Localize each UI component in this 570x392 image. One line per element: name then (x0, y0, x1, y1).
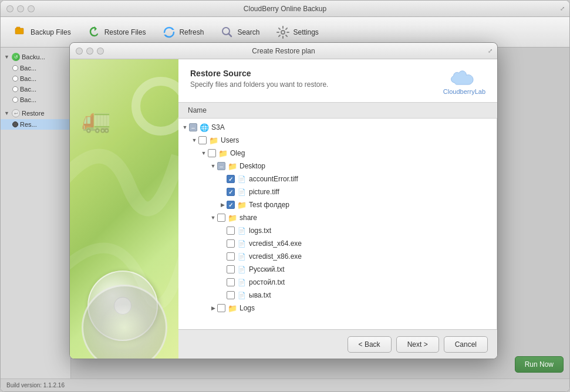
restore-files-label: Restore Files (104, 28, 146, 36)
modal-maximize-button[interactable] (97, 48, 104, 55)
checkbox-vcredist-x64[interactable] (227, 239, 235, 248)
sidebar-item-bac2[interactable]: Bac... (1, 73, 70, 84)
modal-minimize-button[interactable] (86, 48, 93, 55)
sidebar-item-backup-parent[interactable]: ▼ ↺ Backu... (1, 51, 70, 63)
search-icon (220, 25, 234, 39)
checkbox-share[interactable] (217, 214, 225, 222)
disc-inner (114, 297, 131, 315)
svg-line-6 (229, 33, 232, 36)
file-icon: 📄 (237, 187, 247, 197)
checkbox-logs-txt[interactable] (227, 227, 235, 235)
minimize-button[interactable] (17, 5, 24, 12)
expand-s3a-icon[interactable] (181, 123, 189, 131)
checkbox-logs-folder[interactable] (217, 304, 225, 312)
status-bar: Build version: 1.1.2.16 (1, 379, 569, 391)
modal-title-bar: Create Restore plan ⤢ (70, 43, 497, 59)
backup-section: ▼ ↺ Backu... Bac... Bac... Bac... (1, 50, 70, 106)
backup-files-button[interactable]: Backup Files (6, 22, 78, 43)
checkbox-oleg[interactable] (208, 149, 216, 157)
account-error-label: accountError.tiff (249, 175, 298, 183)
maximize-button[interactable] (28, 5, 35, 12)
back-button[interactable]: < Back (348, 336, 392, 353)
file-icon: 📄 (237, 226, 247, 235)
oleg-label: Oleg (230, 149, 245, 157)
tree-row[interactable]: 📁 Test фолдер (178, 198, 497, 211)
checkbox-desktop[interactable] (217, 162, 225, 170)
modal-resize-icon[interactable]: ⤢ (488, 48, 493, 54)
expand-restore-icon: ▼ (4, 110, 10, 116)
search-label: Search (237, 28, 259, 36)
checkbox-russkiy[interactable] (227, 265, 235, 273)
sidebar-item-res1[interactable]: Res... (1, 119, 70, 130)
checkbox-byba[interactable] (227, 291, 235, 299)
share-label: share (240, 214, 257, 222)
expand-users-icon[interactable] (190, 136, 198, 144)
refresh-button[interactable]: Refresh (155, 22, 211, 43)
restore-files-button[interactable]: Restore Files (80, 22, 153, 43)
sidebar-restore-label: Restore (22, 110, 45, 117)
tree-row[interactable]: 📄 vcredist_x64.exe (178, 237, 497, 250)
cancel-button[interactable]: Cancel (444, 336, 488, 353)
expand-share-icon[interactable] (209, 214, 217, 222)
next-button[interactable]: Next > (396, 336, 439, 353)
checkbox-test-folder[interactable] (227, 201, 235, 209)
file-icon: 📄 (237, 252, 247, 261)
expand-desktop-icon[interactable] (209, 162, 217, 170)
tree-row[interactable]: 📄 Русский.txt (178, 263, 497, 276)
sidebar-item-bac3[interactable]: Bac... (1, 84, 70, 94)
resize-icon[interactable]: ⤢ (560, 5, 565, 12)
tree-row[interactable]: 🌐 S3A (178, 121, 497, 134)
modal-title: Create Restore plan (252, 47, 315, 55)
checkbox-vcredist-x86[interactable] (227, 252, 235, 261)
build-version-text: Build version: 1.1.2.16 (6, 382, 65, 388)
logs-txt-label: logs.txt (249, 227, 271, 235)
cloudberry-logo-text: CloudberryLab (443, 88, 485, 95)
checkbox-s3a[interactable] (189, 123, 197, 131)
tree-column-header: Name (178, 103, 497, 119)
search-button[interactable]: Search (213, 22, 267, 43)
tree-row[interactable]: 📄 accountError.tiff (178, 173, 497, 185)
modal-right-content: Restore Source Specify files and folders… (178, 59, 497, 359)
restore-status-icon: ↩ (12, 109, 20, 117)
file-icon: 📄 (237, 290, 247, 300)
tree-row[interactable]: 📄 ыва.txt (178, 289, 497, 302)
tree-row[interactable]: 📁 Desktop (178, 160, 497, 173)
checkbox-picture[interactable] (227, 188, 235, 196)
russkiy-label: Русский.txt (249, 265, 285, 273)
sidebar-item-bac4[interactable]: Bac... (1, 94, 70, 105)
tree-body[interactable]: 🌐 S3A 📁 Users (178, 119, 497, 329)
sidebar: ▼ ↺ Backu... Bac... Bac... Bac... (1, 48, 71, 379)
file-icon: 📄 (237, 265, 247, 274)
file-icon: 📄 (237, 278, 247, 287)
settings-button[interactable]: Settings (269, 22, 325, 43)
expand-test-folder-icon[interactable] (218, 201, 227, 209)
tree-row[interactable]: 📁 share (178, 211, 497, 224)
tree-row[interactable]: 📄 picture.tiff (178, 185, 497, 198)
tree-row[interactable]: 📄 logs.txt (178, 224, 497, 237)
tree-row[interactable]: 📄 vcredist_x86.exe (178, 250, 497, 263)
expand-oleg-icon[interactable] (200, 149, 208, 157)
cloudberry-logo: CloudberryLab (443, 69, 485, 95)
tree-row[interactable]: 📁 Users (178, 134, 497, 147)
sidebar-backup-label: Backu... (22, 53, 45, 60)
checkbox-account-error[interactable] (227, 175, 235, 183)
tree-row[interactable]: 📁 Logs (178, 302, 497, 315)
tree-row[interactable]: 📁 Oleg (178, 147, 497, 160)
logs-folder-label: Logs (240, 304, 255, 312)
modal-section-subtitle: Specify files and folders you want to re… (190, 80, 328, 89)
expand-logs-folder-icon[interactable] (209, 304, 217, 312)
modal-body: 🚛 Restore Source Spec (70, 59, 497, 359)
sidebar-item-restore-parent[interactable]: ▼ ↩ Restore (1, 107, 70, 119)
run-now-button[interactable]: Run Now (515, 356, 564, 373)
modal-header-text: Restore Source Specify files and folders… (190, 69, 328, 89)
checkbox-users[interactable] (198, 136, 207, 144)
checkbox-rostojl[interactable] (227, 278, 235, 286)
close-button[interactable] (6, 5, 14, 12)
desktop-label: Desktop (240, 162, 265, 170)
settings-label: Settings (293, 28, 318, 36)
modal-close-button[interactable] (76, 48, 83, 55)
svg-rect-1 (16, 27, 20, 29)
sidebar-item-bac1[interactable]: Bac... (1, 63, 70, 73)
users-label: Users (221, 136, 239, 144)
tree-row[interactable]: 📄 ростойл.txt (178, 276, 497, 289)
